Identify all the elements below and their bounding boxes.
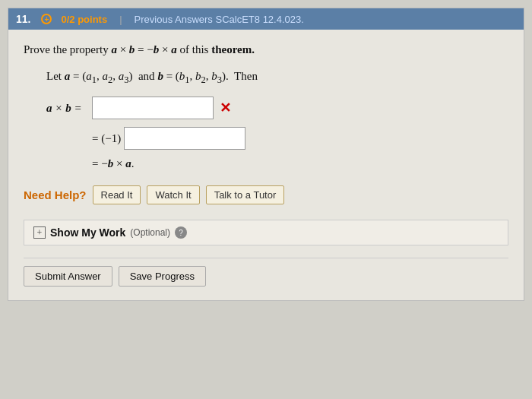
problem-statement: Prove the property a × b = −b × a of thi… [24,43,508,56]
submit-answer-button[interactable]: Submit Answer [24,266,112,287]
need-help-label: Need Help? [24,188,87,201]
question-number: 11. [16,13,30,25]
axb-label: a × b = [46,102,92,115]
question-body: Prove the property a × b = −b × a of thi… [8,30,524,300]
separator: | [119,14,122,25]
prev-answers-label: Previous Answers SCalcET8 12.4.023. [135,14,304,25]
talk-tutor-button[interactable]: Talk to a Tutor [206,185,285,204]
show-work-help-icon[interactable]: ? [175,226,187,239]
points-icon: + [41,14,52,24]
watch-it-button[interactable]: Watch It [147,185,199,204]
neg1-input[interactable] [124,127,245,150]
question-header: 11. + 0/2 points | Previous Answers SCal… [8,8,524,30]
show-work-row: + Show My Work (Optional) ? [24,220,508,245]
result-line: = −b × a. [92,157,508,170]
bottom-buttons: Submit Answer Save Progress [24,258,508,290]
read-it-button[interactable]: Read It [93,185,141,204]
need-help-row: Need Help? Read It Watch It Talk to a Tu… [24,185,508,204]
neg1-row: = (−1) [92,127,508,150]
math-content: Let a = (a1, a2, a3) and b = (b1, b2, b3… [46,70,508,170]
points-label: 0/2 points [61,14,107,25]
error-icon: ✕ [220,100,231,116]
show-work-optional: (Optional) [130,227,170,238]
axb-row: a × b = ✕ [46,97,508,119]
axb-input[interactable] [92,97,214,119]
let-line: Let a = (a1, a2, a3) and b = (b1, b2, b3… [46,70,508,86]
show-work-label: Show My Work [50,226,125,239]
question-container: 11. + 0/2 points | Previous Answers SCal… [8,8,524,301]
save-progress-button[interactable]: Save Progress [119,266,206,287]
show-work-toggle[interactable]: + [33,226,46,239]
neg1-label: = (−1) [92,132,121,145]
